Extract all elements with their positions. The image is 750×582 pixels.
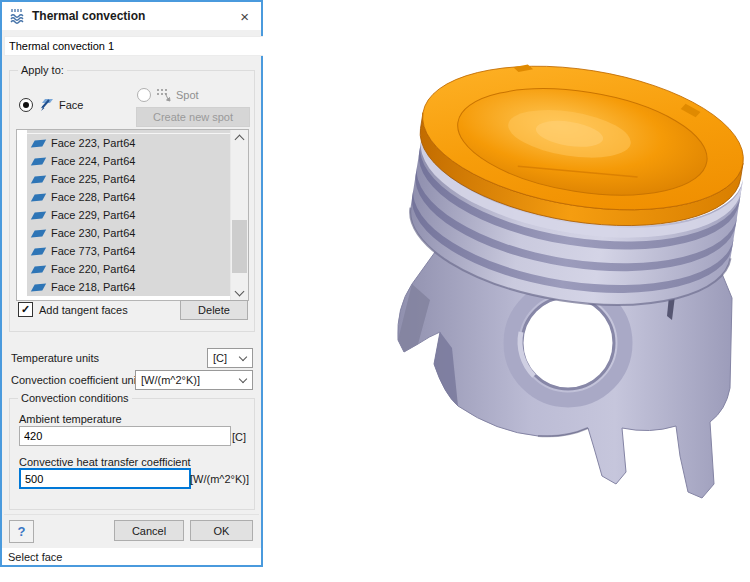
spot-radio-row: Spot xyxy=(137,88,199,102)
face-icon xyxy=(31,283,46,291)
face-icon xyxy=(31,247,46,255)
ambient-temperature-input[interactable] xyxy=(19,426,231,446)
list-item[interactable]: Face 223, Part64 xyxy=(27,134,231,152)
face-icon xyxy=(31,229,46,237)
thermal-convection-dialog: Thermal convection × Apply to: Face xyxy=(0,0,263,567)
list-item-label: Face 218, Part64 xyxy=(51,281,135,293)
condition-name-input[interactable] xyxy=(4,36,267,56)
list-item-label: Face 773, Part64 xyxy=(51,245,135,257)
convection-conditions-group: Convection conditions Ambient temperatur… xyxy=(9,398,255,510)
cancel-button[interactable]: Cancel xyxy=(114,520,184,541)
list-item-label: Face 225, Part64 xyxy=(51,173,135,185)
list-item-label: Face 223, Part64 xyxy=(51,137,135,149)
face-radio-row[interactable]: Face xyxy=(19,97,83,112)
temperature-units-value: [C] xyxy=(213,352,227,364)
face-icon xyxy=(31,157,46,165)
temperature-units-select[interactable]: [C] xyxy=(207,348,253,368)
list-item[interactable]: Face 228, Part64 xyxy=(27,188,231,206)
face-icon xyxy=(31,211,46,219)
chevron-down-icon xyxy=(239,352,247,360)
add-tangent-row[interactable]: ✓ Add tangent faces xyxy=(18,302,128,317)
scroll-up-button[interactable] xyxy=(231,130,248,145)
convection-units-label: Convection coefficient units xyxy=(11,374,145,386)
chevron-down-icon xyxy=(239,374,247,382)
face-icon xyxy=(31,193,46,201)
face-icon xyxy=(38,97,54,112)
face-list-scrollbar[interactable] xyxy=(230,130,248,300)
dialog-titlebar[interactable]: Thermal convection × xyxy=(2,2,261,30)
list-item[interactable]: Face 220, Part64 xyxy=(27,260,231,278)
scrollbar-thumb[interactable] xyxy=(232,220,247,273)
conditions-legend: Convection conditions xyxy=(18,392,132,404)
face-radio[interactable] xyxy=(19,98,33,112)
convection-units-select[interactable]: [W/(m^2°K)] xyxy=(135,370,253,390)
list-item[interactable]: Face 225, Part64 xyxy=(27,170,231,188)
add-tangent-label: Add tangent faces xyxy=(39,304,128,316)
spot-radio-label: Spot xyxy=(176,89,199,101)
list-item-label: Face 229, Part64 xyxy=(51,209,135,221)
face-list-rows: Face 223, Part64 Face 224, Part64 Face 2… xyxy=(17,130,248,296)
ambient-unit-suffix: [C] xyxy=(232,431,246,443)
thermal-convection-icon xyxy=(10,8,26,24)
close-icon[interactable]: × xyxy=(236,8,253,25)
coefficient-unit-suffix: [W/(m^2°K)] xyxy=(190,473,249,485)
list-item[interactable]: Face 230, Part64 xyxy=(27,224,231,242)
heat-transfer-coefficient-label: Convective heat transfer coefficient xyxy=(19,456,191,468)
list-item-label: Face 230, Part64 xyxy=(51,227,135,239)
face-list[interactable]: Face 223, Part64 Face 224, Part64 Face 2… xyxy=(16,129,249,301)
list-item[interactable]: Face 218, Part64 xyxy=(27,278,231,296)
help-button[interactable]: ? xyxy=(9,520,34,543)
temperature-units-label: Temperature units xyxy=(11,352,99,364)
spot-icon xyxy=(156,88,171,102)
list-item[interactable]: Face 229, Part64 xyxy=(27,206,231,224)
face-radio-label: Face xyxy=(59,99,83,111)
dialog-title: Thermal convection xyxy=(32,9,145,23)
apply-to-legend: Apply to: xyxy=(18,64,67,76)
list-item-label: Face 228, Part64 xyxy=(51,191,135,203)
convection-units-value: [W/(m^2°K)] xyxy=(141,374,200,386)
list-item[interactable]: Face 224, Part64 xyxy=(27,152,231,170)
list-item[interactable]: Face 773, Part64 xyxy=(27,242,231,260)
face-icon xyxy=(31,175,46,183)
add-tangent-checkbox[interactable]: ✓ xyxy=(18,302,33,317)
model-viewport[interactable] xyxy=(263,0,750,582)
status-text: Select face xyxy=(8,551,62,563)
piston-model xyxy=(388,48,750,518)
delete-button[interactable]: Delete xyxy=(180,300,248,320)
face-icon xyxy=(31,265,46,273)
heat-transfer-coefficient-input[interactable] xyxy=(19,468,191,489)
scroll-down-button[interactable] xyxy=(231,285,248,300)
create-new-spot-button: Create new spot xyxy=(136,107,250,127)
face-icon xyxy=(31,139,46,147)
ok-button[interactable]: OK xyxy=(190,520,253,541)
spot-radio xyxy=(137,88,151,102)
apply-to-group: Apply to: Face Spot Create new spot xyxy=(9,70,255,332)
footer-separator xyxy=(4,514,259,515)
ambient-temperature-label: Ambient temperature xyxy=(19,413,122,425)
list-item-label: Face 220, Part64 xyxy=(51,263,135,275)
list-item-label: Face 224, Part64 xyxy=(51,155,135,167)
status-bar: Select face xyxy=(2,548,261,565)
